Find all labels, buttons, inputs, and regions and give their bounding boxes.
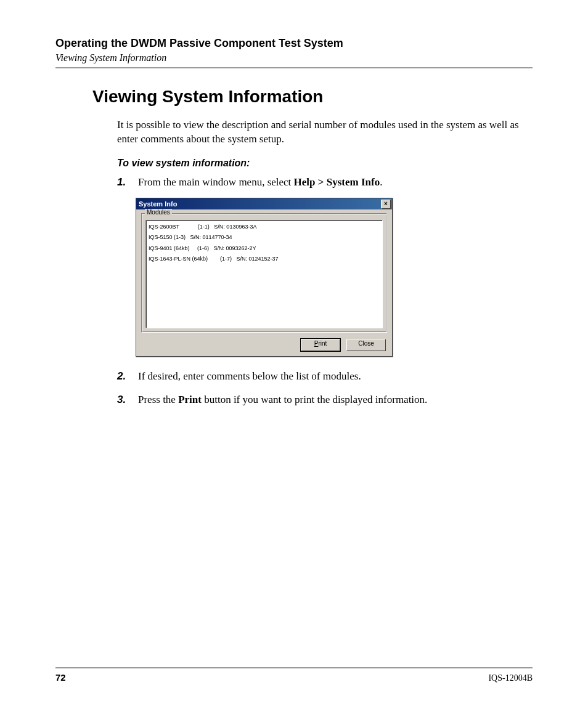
document-id: IQS-12004B <box>488 673 533 683</box>
header-rule <box>55 67 533 68</box>
list-item: IQS-5150 (1-3) S/N: 0114770-34 <box>149 232 380 243</box>
step-number: 2. <box>117 369 138 383</box>
intro-paragraph: It is possible to view the description a… <box>117 118 533 147</box>
page-title: Viewing System Information <box>92 87 533 107</box>
step-text: Press the Print button if you want to pr… <box>138 392 533 407</box>
print-button-rest: rint <box>318 340 327 347</box>
close-dialog-button[interactable]: Close <box>346 339 386 351</box>
footer-rule <box>55 667 533 668</box>
modules-listbox[interactable]: IQS-2600BT (1-1) S/N: 0130963-3A IQS-515… <box>145 220 383 328</box>
page-number: 72 <box>55 672 66 683</box>
screenshot-figure: System Info × Modules IQS-2600BT (1-1) S… <box>136 198 393 357</box>
dialog-title: System Info <box>139 200 177 208</box>
step-1-text-a: From the main window menu, select <box>138 176 294 188</box>
step-3-text-b: Print <box>178 394 202 405</box>
task-heading: To view system information: <box>117 158 533 169</box>
step-text: From the main window menu, select Help >… <box>138 175 533 189</box>
step-1: 1. From the main window menu, select Hel… <box>117 175 533 189</box>
list-item: IQS-2600BT (1-1) S/N: 0130963-3A <box>149 222 380 232</box>
step-number: 1. <box>117 175 138 189</box>
close-button[interactable]: × <box>381 200 391 209</box>
step-3-text-c: button if you want to print the displaye… <box>202 394 427 405</box>
list-item: IQS-9401 (64kb) (1-6) S/N: 0093262-2Y <box>149 243 380 254</box>
step-2: 2. If desired, enter comments below the … <box>117 369 533 383</box>
print-button[interactable]: Print <box>301 339 340 351</box>
list-item: IQS-1643-PL-SN (64kb) (1-7) S/N: 0124152… <box>149 254 380 264</box>
modules-groupbox: Modules IQS-2600BT (1-1) S/N: 0130963-3A… <box>141 213 387 333</box>
system-info-dialog: System Info × Modules IQS-2600BT (1-1) S… <box>136 198 393 357</box>
page-footer: 72 IQS-12004B <box>55 667 533 683</box>
group-label: Modules <box>145 209 172 216</box>
step-3-text-a: Press the <box>138 394 178 405</box>
section-subtitle: Viewing System Information <box>55 52 533 63</box>
step-number: 3. <box>117 392 138 407</box>
step-1-text-c: . <box>380 176 382 188</box>
close-icon: × <box>384 200 388 207</box>
step-3: 3. Press the Print button if you want to… <box>117 392 533 407</box>
dialog-titlebar: System Info × <box>136 198 392 209</box>
step-text: If desired, enter comments below the lis… <box>138 369 533 383</box>
dialog-button-row: Print Close <box>136 335 392 356</box>
step-1-text-b: Help > System Info <box>294 176 380 188</box>
chapter-title: Operating the DWDM Passive Component Tes… <box>55 37 533 50</box>
